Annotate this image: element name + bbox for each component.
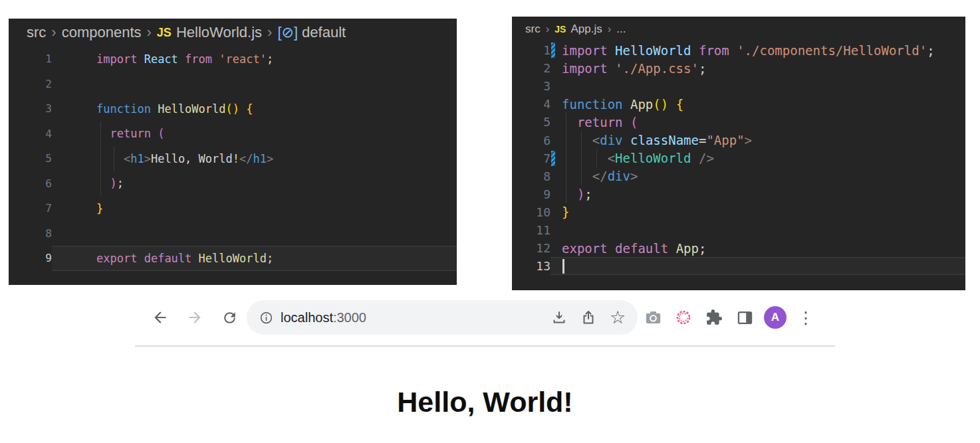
- extensions-button[interactable]: [699, 302, 729, 333]
- browser-menu-button[interactable]: ⋮: [791, 302, 821, 333]
- reload-button[interactable]: [212, 303, 247, 332]
- forward-button[interactable]: [178, 303, 212, 332]
- camera-extension-button[interactable]: [638, 302, 668, 333]
- code-line[interactable]: 9export default HelloWorld;: [9, 246, 457, 271]
- chevron-right-icon: ›: [602, 23, 617, 36]
- code-line[interactable]: 6 <div className="App">: [512, 131, 965, 149]
- indent-guide: [581, 131, 582, 149]
- download-icon: [551, 310, 567, 325]
- code-line[interactable]: 11: [512, 221, 965, 239]
- gutter-modified-indicator: [52, 146, 57, 171]
- breadcrumb-ellipsis[interactable]: ...: [616, 23, 626, 36]
- line-number: 10: [512, 205, 551, 219]
- breadcrumb-folder-src[interactable]: src: [27, 24, 46, 41]
- line-number: 7: [9, 202, 52, 215]
- side-panel-button[interactable]: [729, 302, 760, 333]
- gutter-modified-indicator: [551, 167, 556, 185]
- code-line[interactable]: 6 );: [9, 171, 457, 197]
- code-area[interactable]: 1import React from 'react';23function He…: [9, 46, 457, 271]
- symbol-default-icon: [⊘]: [277, 24, 298, 41]
- line-number: 4: [512, 97, 551, 111]
- text-cursor: [562, 259, 564, 274]
- line-number: 4: [9, 128, 52, 140]
- code-line[interactable]: 4function App() {: [512, 95, 965, 113]
- avatar: A: [764, 306, 787, 329]
- chevron-right-icon: ›: [142, 24, 157, 41]
- code-line[interactable]: 3function HelloWorld() {: [9, 96, 457, 122]
- indent-guide: [581, 167, 582, 185]
- code-line[interactable]: 7}: [9, 196, 457, 221]
- gutter-modified-indicator: [551, 113, 556, 131]
- address-bar[interactable]: localhost:3000 ☆: [247, 300, 638, 335]
- indent-guide: [114, 146, 114, 171]
- code-line[interactable]: 12export default App;: [512, 239, 965, 257]
- code-line[interactable]: 2: [9, 72, 457, 97]
- code-line[interactable]: 5 <h1>Hello, World!</h1>: [9, 146, 457, 171]
- chevron-right-icon: ›: [262, 24, 277, 41]
- indent-guide: [566, 185, 566, 203]
- bookmark-star-button[interactable]: ☆: [603, 303, 632, 332]
- side-panel-icon: [736, 309, 754, 327]
- line-number: 1: [9, 52, 52, 65]
- share-icon: [580, 310, 596, 325]
- gutter-modified-indicator: [551, 59, 556, 77]
- gutter-modified-indicator: [551, 41, 556, 59]
- vscode-editor-app[interactable]: src › JS App.js › ... 1import HelloWorld…: [512, 17, 965, 290]
- line-number: 11: [512, 223, 551, 237]
- gutter-modified-indicator: [551, 239, 556, 257]
- code-line[interactable]: 2import './App.css';: [512, 59, 965, 77]
- breadcrumb-file[interactable]: App.js: [570, 23, 602, 36]
- code-line[interactable]: 3: [512, 77, 965, 95]
- recorder-extension-button[interactable]: [668, 302, 699, 333]
- code-line[interactable]: 9 );: [512, 185, 965, 203]
- js-file-icon: JS: [554, 24, 566, 35]
- reload-icon: [221, 310, 238, 326]
- toolbar-divider: [135, 345, 835, 347]
- code-line[interactable]: 8: [9, 221, 457, 246]
- line-number: 3: [512, 79, 551, 93]
- vscode-editor-helloworld[interactable]: src › components › JS HelloWorld.js › [⊘…: [9, 19, 457, 285]
- share-button[interactable]: [574, 303, 603, 332]
- gutter-modified-indicator: [52, 122, 57, 147]
- gutter-modified-indicator: [551, 149, 556, 167]
- indent-guide: [566, 131, 566, 149]
- site-info-icon[interactable]: [259, 310, 274, 325]
- line-number: 9: [512, 187, 551, 201]
- gutter-modified-indicator: [52, 196, 57, 221]
- code-line[interactable]: 1import HelloWorld from './components/He…: [512, 41, 965, 59]
- back-button[interactable]: [143, 303, 178, 332]
- line-number: 8: [9, 227, 52, 240]
- url-text[interactable]: localhost:3000: [281, 310, 366, 325]
- code-line[interactable]: 13: [512, 257, 965, 275]
- line-number: 2: [9, 78, 52, 90]
- gutter-modified-indicator: [52, 72, 57, 97]
- gutter-modified-indicator: [551, 77, 556, 95]
- breadcrumb: src › components › JS HelloWorld.js › [⊘…: [9, 19, 457, 46]
- gutter-modified-indicator: [551, 185, 556, 203]
- breadcrumb-folder-src[interactable]: src: [525, 23, 541, 36]
- gutter-modified-indicator: [551, 257, 556, 275]
- chevron-right-icon: ›: [46, 24, 61, 41]
- code-line[interactable]: 10}: [512, 203, 965, 221]
- breadcrumb-file[interactable]: HelloWorld.js: [176, 24, 262, 41]
- gutter-modified-indicator: [52, 171, 57, 197]
- code-line[interactable]: 7 <HelloWorld />: [512, 149, 965, 167]
- code-line[interactable]: 1import React from 'react';: [9, 46, 457, 72]
- breadcrumb-folder-components[interactable]: components: [62, 24, 142, 41]
- install-download-button[interactable]: [545, 303, 574, 332]
- forward-arrow-icon: [186, 309, 203, 326]
- indent-guide: [100, 122, 101, 147]
- code-line[interactable]: 5 return (: [512, 113, 965, 131]
- gutter-modified-indicator: [551, 221, 556, 239]
- line-number: 9: [9, 252, 52, 264]
- line-number: 3: [9, 102, 52, 115]
- code-area[interactable]: 1import HelloWorld from './components/He…: [512, 41, 965, 275]
- breadcrumb-symbol[interactable]: default: [302, 24, 346, 41]
- code-line[interactable]: 4 return (: [9, 122, 457, 147]
- indent-guide: [566, 113, 566, 131]
- code-line[interactable]: 8 </div>: [512, 167, 965, 185]
- line-number: 13: [512, 259, 551, 273]
- profile-button[interactable]: A: [760, 302, 791, 333]
- puzzle-icon: [705, 309, 723, 326]
- gutter-modified-indicator: [52, 96, 57, 122]
